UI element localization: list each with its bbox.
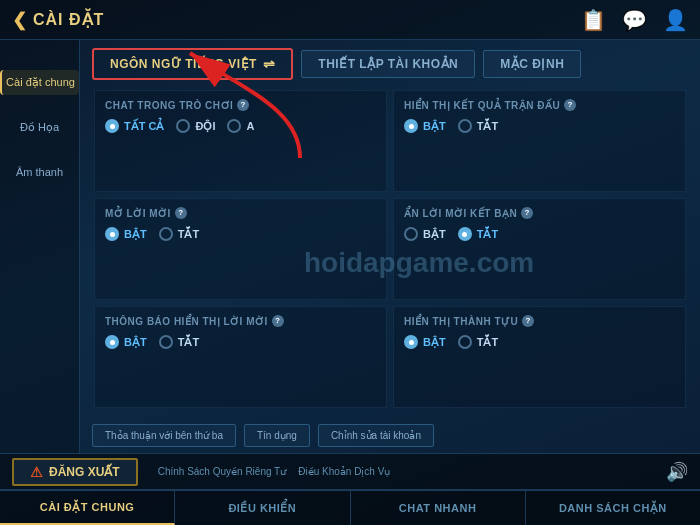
info-icon-hide-invite[interactable]: ? xyxy=(521,207,533,219)
info-icon-achievement[interactable]: ? xyxy=(522,315,534,327)
match-off-label: TẮT xyxy=(477,120,498,133)
hide-invite-off-option[interactable]: TẮT xyxy=(458,227,498,241)
logout-icon: ⚠ xyxy=(30,464,43,480)
hide-invite-on-label: BẬT xyxy=(423,228,446,241)
hide-invite-off-label: TẮT xyxy=(477,228,498,241)
chat-team-label: ĐỘI xyxy=(195,120,215,133)
invite-off-label: TẮT xyxy=(178,228,199,241)
speaker-icon[interactable]: 🔊 xyxy=(666,462,688,482)
chat-all-label: TẤT CẢ xyxy=(124,120,164,133)
achievement-off-label: TẮT xyxy=(477,336,498,349)
sidebar-item-general[interactable]: Cài đặt chung xyxy=(0,70,79,95)
chat-icon[interactable]: 💬 xyxy=(622,8,647,32)
hide-invite-on-option[interactable]: BẬT xyxy=(404,227,446,241)
content-area: NGÔN NGỮ TIẾNG VIỆT ⇌ THIẾT LẬP TÀI KHOẢ… xyxy=(80,40,700,453)
third-party-btn[interactable]: Thỏa thuận với bên thứ ba xyxy=(92,424,236,447)
sidebar: Cài đặt chung Đồ Họa Âm thanh xyxy=(0,40,80,453)
radio-achievement-off[interactable] xyxy=(458,335,472,349)
tab-default[interactable]: MẶC ĐỊNH xyxy=(483,50,581,78)
radio-notify-on[interactable] xyxy=(105,335,119,349)
setting-invite-label: MỞ LỜI MỜI ? xyxy=(105,207,376,219)
radio-match-off[interactable] xyxy=(458,119,472,133)
radio-team[interactable] xyxy=(176,119,190,133)
notify-off-option[interactable]: TẮT xyxy=(159,335,199,349)
settings-grid: CHAT TRONG TRÒ CHƠI ? TẤT CẢ ĐỘI A xyxy=(80,80,700,418)
sidebar-item-sound[interactable]: Âm thanh xyxy=(0,160,79,184)
radio-a[interactable] xyxy=(227,119,241,133)
invite-options: BẬT TẮT xyxy=(105,227,376,241)
terms-link[interactable]: Điều Khoản Dịch Vụ xyxy=(298,466,390,477)
setting-open-invite: MỞ LỜI MỜI ? BẬT TẮT xyxy=(94,198,387,300)
bottom-action-bar: ⚠ ĐĂNG XUẤT Chính Sách Quyền Riêng Tư Đi… xyxy=(0,453,700,489)
info-icon-chat[interactable]: ? xyxy=(237,99,249,111)
setting-chat-label: CHAT TRONG TRÒ CHƠI ? xyxy=(105,99,376,111)
notify-on-label: BẬT xyxy=(124,336,147,349)
bottom-tab-quick-chat[interactable]: CHAT NHANH xyxy=(351,491,526,525)
radio-hide-on[interactable] xyxy=(404,227,418,241)
radio-notify-off[interactable] xyxy=(159,335,173,349)
tab-bar: NGÔN NGỮ TIẾNG VIỆT ⇌ THIẾT LẬP TÀI KHOẢ… xyxy=(80,40,700,80)
radio-all[interactable] xyxy=(105,119,119,133)
privacy-link[interactable]: Chính Sách Quyền Riêng Tư xyxy=(158,466,287,477)
chat-options: TẤT CẢ ĐỘI A xyxy=(105,119,376,133)
profile-icon[interactable]: 👤 xyxy=(663,8,688,32)
notify-off-label: TẮT xyxy=(178,336,199,349)
top-header: ❮ CÀI ĐẶT 📋 💬 👤 xyxy=(0,0,700,40)
setting-hide-invite-label: ẨN LỜI MỜI KẾT BẠN ? xyxy=(404,207,675,219)
bottom-tab-block-list[interactable]: DANH SÁCH CHẶN xyxy=(526,491,700,525)
achievement-on-option[interactable]: BẬT xyxy=(404,335,446,349)
back-button[interactable]: ❮ CÀI ĐẶT xyxy=(12,9,104,31)
bottom-tab-nav: CÀI ĐẶT CHUNG ĐIỀU KHIỂN CHAT NHANH DANH… xyxy=(0,489,700,525)
achievement-on-label: BẬT xyxy=(423,336,446,349)
setting-match-label: HIỂN THỊ KẾT QUẢ TRẬN ĐẤU ? xyxy=(404,99,675,111)
chat-all-option[interactable]: TẤT CẢ xyxy=(105,119,164,133)
bottom-tab-general[interactable]: CÀI ĐẶT CHUNG xyxy=(0,491,175,525)
match-off-option[interactable]: TẮT xyxy=(458,119,498,133)
tab-language[interactable]: NGÔN NGỮ TIẾNG VIỆT ⇌ xyxy=(92,48,293,80)
setting-hide-friend-invite: ẨN LỜI MỜI KẾT BẠN ? BẬT TẮT xyxy=(393,198,686,300)
chat-a-option[interactable]: A xyxy=(227,119,254,133)
radio-invite-on[interactable] xyxy=(105,227,119,241)
radio-hide-off[interactable] xyxy=(458,227,472,241)
page-title: CÀI ĐẶT xyxy=(33,10,104,29)
tab-account[interactable]: THIẾT LẬP TÀI KHOẢN xyxy=(301,50,475,78)
logout-button[interactable]: ⚠ ĐĂNG XUẤT xyxy=(12,458,138,486)
match-on-label: BẬT xyxy=(423,120,446,133)
adjust-icon: ⇌ xyxy=(263,56,276,72)
info-icon-invite[interactable]: ? xyxy=(175,207,187,219)
setting-match-result: HIỂN THỊ KẾT QUẢ TRẬN ĐẤU ? BẬT TẮT xyxy=(393,90,686,192)
missions-icon[interactable]: 📋 xyxy=(581,8,606,32)
main-layout: Cài đặt chung Đồ Họa Âm thanh NGÔN NGỮ T… xyxy=(0,40,700,453)
setting-achievement-label: HIỂN THỊ THÀNH TỰU ? xyxy=(404,315,675,327)
radio-achievement-on[interactable] xyxy=(404,335,418,349)
info-icon-notify[interactable]: ? xyxy=(272,315,284,327)
radio-invite-off[interactable] xyxy=(159,227,173,241)
invite-off-option[interactable]: TẮT xyxy=(159,227,199,241)
invite-on-label: BẬT xyxy=(124,228,147,241)
footer-links: Chính Sách Quyền Riêng Tư Điều Khoản Dịc… xyxy=(158,466,391,477)
notify-on-option[interactable]: BẬT xyxy=(105,335,147,349)
header-icons: 📋 💬 👤 xyxy=(581,8,688,32)
achievement-options: BẬT TẮT xyxy=(404,335,675,349)
setting-notify-invite: THÔNG BÁO HIỂN THỊ LỜI MỜI ? BẬT TẮT xyxy=(94,306,387,408)
chat-team-option[interactable]: ĐỘI xyxy=(176,119,215,133)
tab-language-label: NGÔN NGỮ TIẾNG VIỆT xyxy=(110,57,257,71)
invite-on-option[interactable]: BẬT xyxy=(105,227,147,241)
achievement-off-option[interactable]: TẮT xyxy=(458,335,498,349)
setting-notify-label: THÔNG BÁO HIỂN THỊ LỜI MỜI ? xyxy=(105,315,376,327)
match-on-option[interactable]: BẬT xyxy=(404,119,446,133)
setting-achievement: HIỂN THỊ THÀNH TỰU ? BẬT TẮT xyxy=(393,306,686,408)
radio-match-on[interactable] xyxy=(404,119,418,133)
hide-invite-options: BẬT TẮT xyxy=(404,227,675,241)
edit-account-btn[interactable]: Chỉnh sửa tài khoản xyxy=(318,424,434,447)
credits-btn[interactable]: Tín dụng xyxy=(244,424,310,447)
logout-label: ĐĂNG XUẤT xyxy=(49,465,120,479)
bottom-tab-controls[interactable]: ĐIỀU KHIỂN xyxy=(175,491,350,525)
back-arrow-icon: ❮ xyxy=(12,9,27,31)
sidebar-item-graphics[interactable]: Đồ Họa xyxy=(0,115,79,140)
bottom-links: Thỏa thuận với bên thứ ba Tín dụng Chỉnh… xyxy=(80,418,700,453)
setting-chat-in-game: CHAT TRONG TRÒ CHƠI ? TẤT CẢ ĐỘI A xyxy=(94,90,387,192)
notify-options: BẬT TẮT xyxy=(105,335,376,349)
chat-a-label: A xyxy=(246,120,254,132)
info-icon-match[interactable]: ? xyxy=(564,99,576,111)
